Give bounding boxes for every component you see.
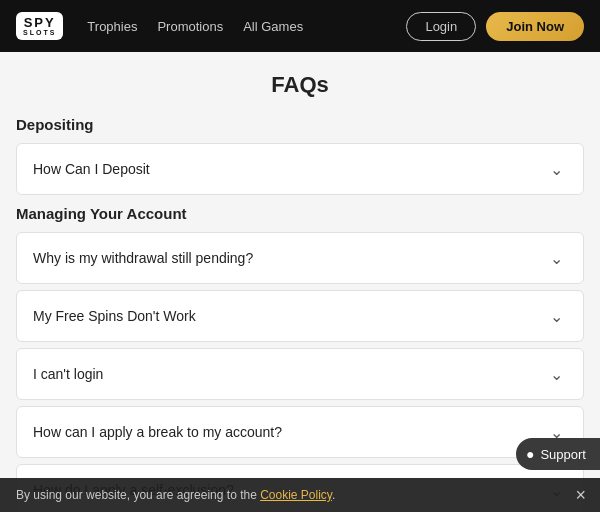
cookie-text-after: . [332, 488, 335, 502]
cookie-text-before: By using our website, you are agreeing t… [16, 488, 260, 502]
nav-links: Trophies Promotions All Games [87, 19, 406, 34]
support-button[interactable]: ● Support [516, 438, 600, 470]
faq-item-withdrawal[interactable]: Why is my withdrawal still pending? ⌄ [16, 232, 584, 284]
nav-all-games[interactable]: All Games [243, 19, 303, 34]
join-button[interactable]: Join Now [486, 12, 584, 41]
header: SPY SLOTS Trophies Promotions All Games … [0, 0, 600, 52]
nav-trophies[interactable]: Trophies [87, 19, 137, 34]
faq-item-deposit[interactable]: How Can I Deposit ⌄ [16, 143, 584, 195]
main-content: FAQs Depositing How Can I Deposit ⌄ Mana… [0, 52, 600, 512]
faq-item-free-spins[interactable]: My Free Spins Don't Work ⌄ [16, 290, 584, 342]
faq-item-break[interactable]: How can I apply a break to my account? ⌄ [16, 406, 584, 458]
faq-item-free-spins-label: My Free Spins Don't Work [33, 308, 196, 324]
logo-slots-text: SLOTS [23, 29, 56, 36]
chevron-down-icon-2: ⌄ [545, 247, 567, 269]
cookie-close-button[interactable]: × [575, 486, 586, 504]
faq-title: FAQs [16, 72, 584, 98]
login-button[interactable]: Login [406, 12, 476, 41]
faq-item-login[interactable]: I can't login ⌄ [16, 348, 584, 400]
faq-item-deposit-label: How Can I Deposit [33, 161, 150, 177]
faq-item-login-label: I can't login [33, 366, 103, 382]
header-right: Login Join Now [406, 12, 584, 41]
logo: SPY SLOTS [16, 12, 63, 40]
cookie-text: By using our website, you are agreeing t… [16, 488, 560, 502]
cookie-policy-link[interactable]: Cookie Policy [260, 488, 332, 502]
support-icon: ● [526, 446, 534, 462]
logo-spy-text: SPY [24, 16, 56, 29]
faq-item-withdrawal-label: Why is my withdrawal still pending? [33, 250, 253, 266]
chevron-down-icon-4: ⌄ [545, 363, 567, 385]
logo-box: SPY SLOTS [16, 12, 63, 40]
chevron-down-icon-3: ⌄ [545, 305, 567, 327]
support-label: Support [540, 447, 586, 462]
faq-item-break-label: How can I apply a break to my account? [33, 424, 282, 440]
section-depositing-heading: Depositing [16, 116, 584, 133]
cookie-banner: By using our website, you are agreeing t… [0, 478, 600, 512]
section-account-heading: Managing Your Account [16, 205, 584, 222]
nav-promotions[interactable]: Promotions [157, 19, 223, 34]
chevron-down-icon: ⌄ [545, 158, 567, 180]
